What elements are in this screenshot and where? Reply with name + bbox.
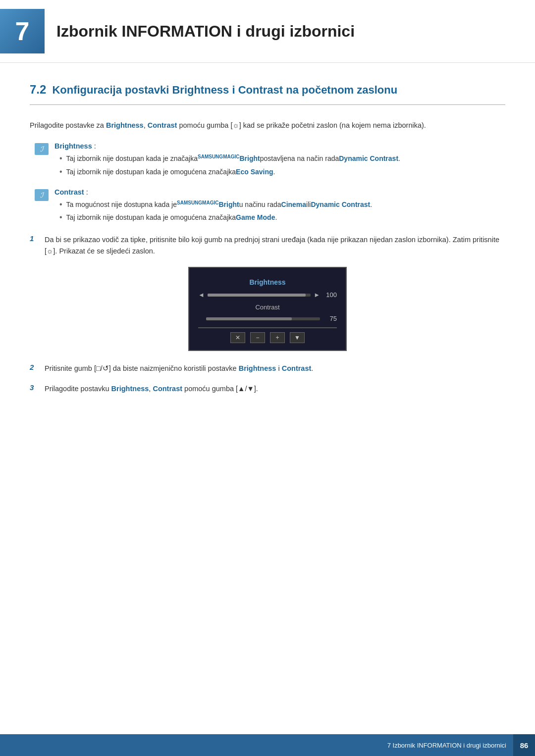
section-heading: 7.2 Konfiguracija postavki Brightness i … xyxy=(30,83,505,105)
step-text-1: Da bi se prikazao vodič za tipke, pritis… xyxy=(45,234,505,257)
brightness-right-arrow: ► xyxy=(314,291,320,299)
note-contrast-content: Contrast : Ta mogućnost nije dostupna ka… xyxy=(54,188,505,225)
monitor-btn-minus: − xyxy=(250,332,265,343)
step-number-2: 2 xyxy=(30,363,38,371)
page-header: 7 Izbornik INFORMATION i drugi izbornici xyxy=(0,0,535,63)
monitor-btn-down: ▼ xyxy=(290,332,305,343)
monitor-brightness-row: ◄ ► 100 xyxy=(198,291,337,299)
note-contrast-label: Contrast : xyxy=(54,188,505,196)
section-title: Konfiguracija postavki Brightness i Cont… xyxy=(52,83,397,98)
bullet-item: Taj izbornik nije dostupan kada je znača… xyxy=(59,153,505,164)
chapter-number: 7 xyxy=(15,16,30,46)
note-brightness-bullets: Taj izbornik nije dostupan kada je znača… xyxy=(54,153,505,177)
brightness-slider-track xyxy=(208,294,311,297)
chapter-number-block: 7 xyxy=(0,9,45,53)
step-1: 1 Da bi se prikazao vodič za tipke, prit… xyxy=(30,234,505,257)
note-brightness: ℐ Brightness : Taj izbornik nije dostupa… xyxy=(30,142,505,179)
bullet-item: Taj izbornik nije dostupan kada je omogu… xyxy=(59,212,505,223)
brightness-slider-fill xyxy=(208,294,306,297)
step-number-3: 3 xyxy=(30,383,38,392)
note-brightness-label: Brightness : xyxy=(54,142,505,150)
monitor-contrast-row: 75 xyxy=(198,315,337,322)
footer-text: 7 Izbornik INFORMATION i drugi izbornici xyxy=(387,742,506,749)
bullet-item: Taj izbornik nije dostupan kada je omogu… xyxy=(59,166,505,177)
note-contrast: ℐ Contrast : Ta mogućnost nije dostupna … xyxy=(30,188,505,225)
contrast-value: 75 xyxy=(323,315,337,322)
page-footer: 7 Izbornik INFORMATION i drugi izbornici… xyxy=(0,734,535,756)
step-3: 3 Prilagodite postavku Brightness, Contr… xyxy=(30,383,505,395)
note-icon-contrast: ℐ xyxy=(35,189,49,201)
note-contrast-bullets: Ta mogućnost nije dostupna kada je SAMSU… xyxy=(54,199,505,223)
monitor-contrast-title-row: Contrast xyxy=(198,302,337,311)
monitor-btn-x: ✕ xyxy=(230,332,245,343)
brightness-value: 100 xyxy=(323,291,337,299)
header-title: Izbornik INFORMATION i drugi izbornici xyxy=(56,22,355,41)
brightness-left-arrow: ◄ xyxy=(198,291,205,299)
note-brightness-content: Brightness : Taj izbornik nije dostupan … xyxy=(54,142,505,179)
footer-page-number: 86 xyxy=(513,734,535,756)
bullet-item: Ta mogućnost nije dostupna kada je SAMSU… xyxy=(59,199,505,210)
main-content: 7.2 Konfiguracija postavki Brightness i … xyxy=(0,63,535,444)
monitor-bottom-bar: ✕ − + ▼ xyxy=(198,327,337,343)
monitor-brightness-title-row: Brightness xyxy=(198,278,337,286)
monitor-contrast-label: Contrast xyxy=(255,303,279,311)
step-2: 2 Pritisnite gumb [□/↺] da biste naizmje… xyxy=(30,363,505,374)
step-number-1: 1 xyxy=(30,234,38,243)
intro-paragraph: Prilagodite postavke za Brightness, Cont… xyxy=(30,120,505,131)
contrast-slider-fill xyxy=(206,317,292,320)
section-number: 7.2 xyxy=(30,83,46,97)
step-text-3: Prilagodite postavku Brightness, Contras… xyxy=(45,383,258,395)
step-text-2: Pritisnite gumb [□/↺] da biste naizmjeni… xyxy=(45,363,313,374)
section-divider xyxy=(30,104,505,105)
monitor-preview: Brightness ◄ ► 100 Contrast 75 xyxy=(30,267,505,351)
monitor-screen: Brightness ◄ ► 100 Contrast 75 xyxy=(188,267,347,351)
note-icon-brightness: ℐ xyxy=(35,143,49,155)
monitor-brightness-label: Brightness xyxy=(249,278,285,286)
monitor-btn-plus: + xyxy=(270,332,285,343)
contrast-slider-track xyxy=(206,317,320,320)
